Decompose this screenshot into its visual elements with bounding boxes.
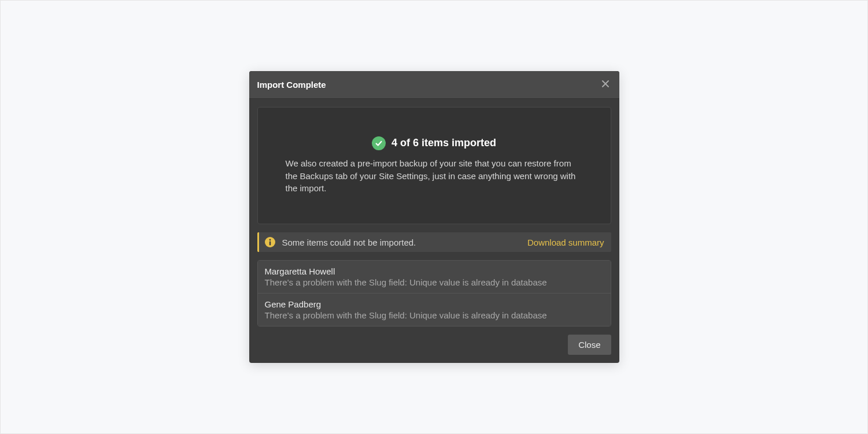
error-item: Margaretta Howell There's a problem with… [258,261,611,293]
warning-text: Some items could not be imported. [282,238,520,247]
check-circle-icon [372,136,386,150]
warning-bar: Some items could not be imported. Downlo… [257,232,611,252]
error-item-detail: There's a problem with the Slug field: U… [265,277,604,287]
error-item-name: Gene Padberg [265,299,604,309]
modal-header: Import Complete [249,71,619,99]
summary-description: We also created a pre-import backup of y… [285,157,584,195]
error-list: Margaretta Howell There's a problem with… [257,260,611,327]
warning-icon [265,237,275,247]
close-button[interactable]: Close [568,335,611,355]
summary-heading: 4 of 6 items imported [285,136,584,150]
import-complete-modal: Import Complete 4 of 6 items imported We… [249,71,619,363]
error-item-name: Margaretta Howell [265,266,604,276]
close-icon [601,79,610,90]
error-item-detail: There's a problem with the Slug field: U… [265,310,604,320]
modal-title: Import Complete [257,80,326,90]
summary-title: 4 of 6 items imported [391,137,496,149]
close-icon-button[interactable] [600,78,611,91]
import-summary-box: 4 of 6 items imported We also created a … [257,107,611,224]
download-summary-link[interactable]: Download summary [527,238,604,247]
modal-body: 4 of 6 items imported We also created a … [249,99,619,363]
svg-rect-3 [269,242,270,246]
error-item: Gene Padberg There's a problem with the … [258,293,611,326]
modal-footer: Close [257,335,611,355]
svg-point-2 [269,239,271,241]
